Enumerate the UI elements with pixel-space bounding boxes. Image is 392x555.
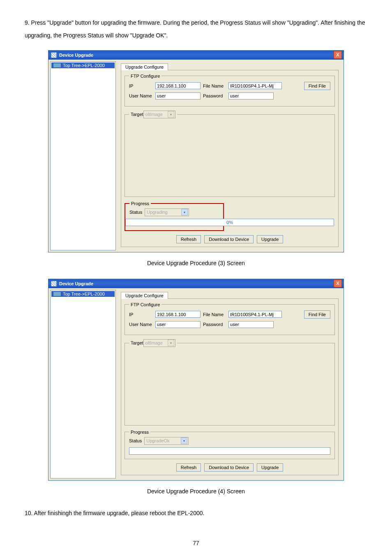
target-select: oltImage ▾ — [143, 111, 175, 118]
progress-bar: 0% — [125, 219, 334, 226]
target-label: Target — [131, 340, 143, 345]
filename-input[interactable] — [228, 311, 282, 318]
status-select: UpgradeOk ▾ — [144, 437, 189, 445]
close-button[interactable]: X — [334, 51, 342, 59]
progress-legend: Progress — [129, 201, 151, 206]
nav-tree: Top Tree->EPL-2000 — [50, 61, 116, 250]
ip-label: IP — [129, 83, 153, 88]
window-title: Device Upgrade — [59, 281, 93, 286]
target-fieldset: Target oltImage ▾ — [125, 111, 335, 197]
ip-input[interactable] — [155, 311, 201, 318]
window-title: Device Upgrade — [59, 53, 93, 58]
target-select: oltImage ▾ — [143, 339, 175, 347]
password-label: Password — [203, 322, 226, 327]
switch-icon — [53, 291, 61, 296]
nav-item-epl2000[interactable]: Top Tree->EPL-2000 — [51, 291, 115, 297]
status-select-value: Upgrading — [147, 210, 181, 215]
nav-tree: Top Tree->EPL-2000 — [50, 290, 116, 479]
titlebar: Device Upgrade X — [48, 279, 344, 288]
status-label: Status — [129, 210, 142, 215]
window-icon — [51, 281, 57, 287]
nav-item-label: Top Tree->EPL-2000 — [63, 291, 105, 296]
titlebar: Device Upgrade X — [48, 51, 344, 60]
tab-upgrade-configure[interactable]: Upgrade Configure — [121, 292, 168, 299]
caption-screen-3: Device Upgrade Procedure (3) Screen — [25, 260, 367, 266]
status-select-value: UpgradeOk — [146, 438, 181, 443]
chevron-down-icon: ▾ — [168, 340, 174, 346]
target-select-value: oltImage — [145, 112, 168, 117]
progress-legend: Progress — [129, 430, 150, 435]
instruction-step-10: 10. After finishingh the firmware upgrad… — [25, 507, 367, 520]
filename-label: File Name — [203, 83, 226, 88]
progress-bar — [129, 447, 330, 455]
filename-input[interactable] — [228, 82, 282, 89]
progress-fieldset: Progress Status UpgradeOk ▾ — [125, 430, 335, 459]
download-to-device-button[interactable]: Download to Device — [204, 463, 254, 472]
caption-screen-4: Device Upgrade Procedure (4) Screen — [25, 488, 367, 495]
tab-upgrade-configure[interactable]: Upgrade Configure — [121, 63, 168, 70]
ftp-configure-fieldset: FTP Configure IP File Name Find File Use… — [125, 74, 335, 106]
download-to-device-button[interactable]: Download to Device — [204, 235, 254, 243]
password-input[interactable] — [228, 92, 274, 99]
ftp-configure-legend: FTP Configure — [129, 74, 161, 79]
chevron-down-icon: ▾ — [168, 111, 174, 118]
ip-input[interactable] — [155, 82, 201, 89]
instruction-step-9: 9. Press "Upgrade" button for upgrading … — [25, 16, 367, 42]
username-label: User Name — [129, 93, 153, 98]
ip-label: IP — [129, 312, 153, 317]
upgrade-configure-panel: FTP Configure IP File Name Find File Use… — [121, 70, 339, 247]
progress-fieldset: Progress Status Upgrading ▾ 0% — [125, 201, 224, 231]
username-input[interactable] — [155, 321, 201, 328]
target-select-value: oltImage — [145, 340, 168, 345]
switch-icon — [53, 63, 61, 68]
status-select: Upgrading ▾ — [145, 208, 189, 216]
close-button[interactable]: X — [334, 280, 342, 287]
refresh-button[interactable]: Refresh — [176, 235, 201, 243]
device-upgrade-window: Device Upgrade X Top Tree->EPL-2000 Upgr… — [48, 279, 344, 481]
filename-label: File Name — [203, 312, 226, 317]
upgrade-button[interactable]: Upgrade — [257, 463, 283, 472]
nav-item-label: Top Tree->EPL-2000 — [63, 63, 105, 68]
target-fieldset: Target oltImage ▾ — [125, 339, 335, 426]
chevron-down-icon: ▾ — [181, 209, 188, 215]
device-upgrade-window: Device Upgrade X Top Tree->EPL-2000 Upgr… — [48, 50, 344, 252]
ftp-configure-fieldset: FTP Configure IP File Name Find File Use… — [125, 302, 335, 335]
page-number: 77 — [25, 540, 367, 546]
upgrade-button[interactable]: Upgrade — [257, 235, 283, 243]
window-icon — [51, 52, 57, 58]
upgrade-configure-panel: FTP Configure IP File Name Find File Use… — [121, 298, 339, 475]
nav-item-epl2000[interactable]: Top Tree->EPL-2000 — [51, 62, 115, 68]
target-label: Target — [131, 112, 143, 117]
password-label: Password — [203, 93, 226, 98]
find-file-button[interactable]: Find File — [304, 310, 330, 319]
find-file-button[interactable]: Find File — [304, 82, 330, 90]
username-label: User Name — [129, 322, 153, 327]
chevron-down-icon: ▾ — [181, 437, 187, 444]
refresh-button[interactable]: Refresh — [176, 463, 201, 472]
status-label: Status — [129, 438, 142, 443]
password-input[interactable] — [228, 321, 274, 328]
username-input[interactable] — [155, 92, 201, 99]
ftp-configure-legend: FTP Configure — [129, 302, 161, 307]
